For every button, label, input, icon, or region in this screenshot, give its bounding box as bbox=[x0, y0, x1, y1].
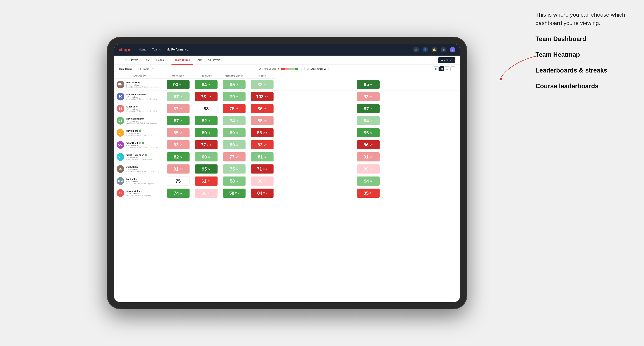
last-rounds-button[interactable]: 📊 Last Rounds: 20 bbox=[304, 67, 328, 71]
download-button[interactable]: ↓ bbox=[450, 66, 455, 71]
profile-icon[interactable]: 👤 bbox=[422, 47, 428, 52]
score-cell-around_green[interactable]: 84 21▲ bbox=[248, 187, 276, 199]
table-row[interactable]: DB Dave Billingham 1-5 Handicap Gog Mago… bbox=[114, 115, 460, 127]
score-cell-quality[interactable]: 74 8▲ bbox=[164, 187, 192, 199]
list-view-button[interactable]: ☰ bbox=[445, 66, 450, 71]
score-cell-approach[interactable]: 80 3▲ bbox=[220, 127, 248, 139]
score-change: 21▲ bbox=[263, 192, 267, 194]
nav-my-performance[interactable]: My Performance bbox=[166, 48, 188, 51]
score-cell-putting[interactable]: 91 -3▼ bbox=[276, 151, 460, 163]
col-header-approach[interactable]: Approach ▾ bbox=[192, 73, 220, 79]
tab-pga[interactable]: PGA bbox=[142, 56, 153, 65]
add-team-button[interactable]: Add Team bbox=[438, 57, 455, 63]
heatmap-view-button[interactable]: ▦ bbox=[439, 66, 444, 71]
score-cell-approach[interactable]: 74 1▲ bbox=[220, 115, 248, 127]
score-cell-approach[interactable]: 58 4▲ bbox=[220, 175, 248, 187]
col-header-putting[interactable]: Putting ▾ bbox=[248, 73, 276, 79]
player-cell-0[interactable]: BM Blair McHarg Plus Handicap Royal Nort… bbox=[114, 79, 164, 91]
score-box: 94 1▲ bbox=[357, 116, 380, 125]
table-row[interactable]: JC Josh Coles 1-5 Handicap Royal North D… bbox=[114, 163, 460, 175]
table-row[interactable]: BM Blair McHarg Plus Handicap Royal Nort… bbox=[114, 79, 460, 91]
score-cell-putting[interactable]: 92 -3▼ bbox=[276, 91, 460, 103]
score-cell-off_tee[interactable]: 73 -11▼ bbox=[192, 91, 220, 103]
score-cell-quality[interactable]: 87 -3▼ bbox=[164, 103, 192, 115]
change-negative: -5 bbox=[278, 68, 280, 70]
table-row[interactable]: MM Matt Miller 6-10 Handicap Woburn Golf… bbox=[114, 175, 460, 187]
score-cell-putting[interactable]: 97 5▲ bbox=[276, 103, 460, 115]
score-cell-putting[interactable]: 86 -8▼ bbox=[276, 139, 460, 151]
score-cell-around_green[interactable]: 88 -2▼ bbox=[248, 175, 276, 187]
player-cell-9[interactable]: AN Aaron Nicholls 11-15 Handicap Drift G… bbox=[114, 187, 164, 199]
tab-pgat[interactable]: PGAT Players bbox=[119, 56, 142, 65]
score-cell-approach[interactable]: 58 10▲ bbox=[220, 187, 248, 199]
score-cell-approach[interactable]: 75 -3▼ bbox=[220, 103, 248, 115]
score-cell-around_green[interactable]: 83 -6▼ bbox=[248, 139, 276, 151]
settings-icon[interactable]: ⊕ bbox=[441, 47, 446, 52]
score-cell-quality[interactable]: 83 -3▼ bbox=[164, 139, 192, 151]
score-cell-off_tee[interactable]: 60 -1▼ bbox=[192, 187, 220, 199]
notifications-icon[interactable]: 🔔 bbox=[432, 47, 437, 52]
score-cell-around_green[interactable]: 86 -6▼ bbox=[248, 103, 276, 115]
tab-tour[interactable]: Tour bbox=[194, 56, 205, 65]
grid-view-button[interactable]: ⊞ bbox=[434, 66, 438, 71]
col-header-player[interactable]: Player Quality ▾ bbox=[114, 73, 164, 79]
player-cell-1[interactable]: EC Edward Crossman 1-5 Handicap Sunningd… bbox=[114, 91, 164, 103]
score-cell-putting[interactable]: 95 9▲ bbox=[276, 79, 460, 91]
col-header-off-tee[interactable]: Off the Tee ▾ bbox=[164, 73, 192, 79]
score-cell-off_tee[interactable]: 82 4▲ bbox=[192, 115, 220, 127]
score-cell-approach[interactable]: 79 9▲ bbox=[220, 91, 248, 103]
score-cell-off_tee[interactable]: 88 bbox=[192, 103, 220, 115]
nav-teams[interactable]: Teams bbox=[152, 48, 161, 51]
edit-icon[interactable]: ✏ bbox=[152, 67, 154, 70]
user-avatar[interactable]: U bbox=[450, 47, 455, 52]
score-cell-around_green[interactable]: 88 -1▼ bbox=[248, 79, 276, 91]
score-cell-approach[interactable]: 80 1▲ bbox=[220, 139, 248, 151]
score-cell-quality[interactable]: 93 +4▲ bbox=[164, 79, 192, 91]
player-cell-2[interactable]: EE Elliot Ebert 1-5 Handicap Sunningdale… bbox=[114, 103, 164, 115]
score-cell-off_tee[interactable]: 60 2▲ bbox=[192, 151, 220, 163]
score-cell-quality[interactable]: 82 3▲ bbox=[164, 151, 192, 163]
score-cell-around_green[interactable]: 85 -3▼ bbox=[248, 115, 276, 127]
col-header-around-green[interactable]: Around the Green ▾ bbox=[220, 73, 248, 79]
nav-home[interactable]: Home bbox=[138, 48, 146, 51]
score-cell-quality[interactable]: 85 -3▼ bbox=[164, 127, 192, 139]
tab-all-players[interactable]: All Players bbox=[205, 56, 224, 65]
score-cell-off_tee[interactable]: 61 -3▼ bbox=[192, 175, 220, 187]
score-cell-quality[interactable]: 87 1▲ bbox=[164, 91, 192, 103]
table-row[interactable]: CR Chris Robertson ✓ 1-5 Handicap Craigm… bbox=[114, 151, 460, 163]
score-cell-off_tee[interactable]: 89 7▲ bbox=[192, 127, 220, 139]
player-cell-5[interactable]: CQ Charlie Quick ✓ 6-10 Handicap St. Geo… bbox=[114, 139, 164, 151]
score-cell-off_tee[interactable]: 77 -14▼ bbox=[192, 139, 220, 151]
table-row[interactable]: EE Elliot Ebert 1-5 Handicap Sunningdale… bbox=[114, 103, 460, 115]
table-row[interactable]: CQ Charlie Quick ✓ 6-10 Handicap St. Geo… bbox=[114, 139, 460, 151]
score-cell-around_green[interactable]: 83 -10▼ bbox=[248, 127, 276, 139]
tab-hcaps[interactable]: Hcaps 1-5 bbox=[153, 56, 171, 65]
table-row[interactable]: EC Edward Crossman 1-5 Handicap Sunningd… bbox=[114, 91, 460, 103]
player-cell-8[interactable]: MM Matt Miller 6-10 Handicap Woburn Golf… bbox=[114, 175, 164, 187]
score-cell-off_tee[interactable]: 95 8▲ bbox=[192, 163, 220, 175]
player-cell-3[interactable]: DB Dave Billingham 1-5 Handicap Gog Mago… bbox=[114, 115, 164, 127]
score-cell-approach[interactable]: 85 8▲ bbox=[220, 79, 248, 91]
score-cell-quality[interactable]: 75 bbox=[164, 175, 192, 187]
player-cell-6[interactable]: CR Chris Robertson ✓ 1-5 Handicap Craigm… bbox=[114, 151, 164, 163]
table-row[interactable]: AN Aaron Nicholls 11-15 Handicap Drift G… bbox=[114, 187, 460, 199]
score-cell-around_green[interactable]: 71 -11▼ bbox=[248, 163, 276, 175]
score-cell-putting[interactable]: 89 -2▼ bbox=[276, 163, 460, 175]
score-cell-around_green[interactable]: 103 15▲ bbox=[248, 91, 276, 103]
score-cell-approach[interactable]: 75 2▲ bbox=[220, 163, 248, 175]
table-row[interactable]: DF David Ford ✓ Plus Handicap Royal Nort… bbox=[114, 127, 460, 139]
score-cell-around_green[interactable]: 81 4▲ bbox=[248, 151, 276, 163]
tab-team-clippd[interactable]: Team Clippd bbox=[172, 56, 194, 65]
player-cell-4[interactable]: DF David Ford ✓ Plus Handicap Royal Nort… bbox=[114, 127, 164, 139]
player-name: Matt Miller bbox=[126, 178, 161, 180]
search-icon[interactable]: ⌕ bbox=[413, 47, 419, 52]
score-cell-putting[interactable]: 96 3▲ bbox=[276, 127, 460, 139]
score-cell-putting[interactable]: 94 3▲ bbox=[276, 175, 460, 187]
score-cell-quality[interactable]: 81 -3▼ bbox=[164, 163, 192, 175]
score-cell-putting[interactable]: 94 1▲ bbox=[276, 115, 460, 127]
score-cell-quality[interactable]: 87 4▲ bbox=[164, 115, 192, 127]
player-cell-7[interactable]: JC Josh Coles 1-5 Handicap Royal North D… bbox=[114, 163, 164, 175]
score-cell-putting[interactable]: 85 -4▼ bbox=[276, 187, 460, 199]
score-cell-off_tee[interactable]: 84 6▲ bbox=[192, 79, 220, 91]
score-cell-approach[interactable]: 77 -3▼ bbox=[220, 151, 248, 163]
